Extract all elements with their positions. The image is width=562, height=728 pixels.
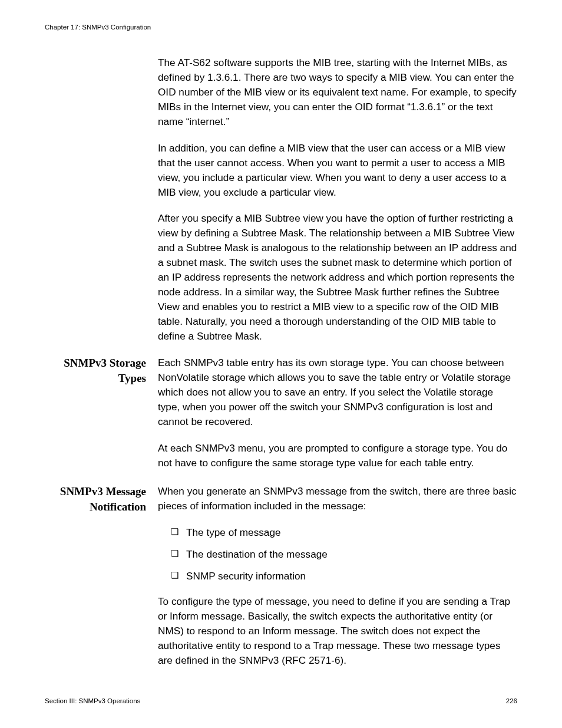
- list-item-text: The type of message: [186, 525, 281, 540]
- storage-paragraph-1: Each SNMPv3 table entry has its own stor…: [158, 355, 517, 429]
- page-header: Chapter 17: SNMPv3 Configuration: [45, 24, 517, 31]
- notification-heading: SNMPv3 Message Notification: [45, 484, 158, 679]
- list-item: ❏ The type of message: [171, 525, 517, 540]
- storage-heading: SNMPv3 Storage Types: [45, 355, 158, 482]
- intro-paragraph-1: The AT-S62 software supports the MIB tre…: [158, 55, 517, 129]
- storage-paragraph-2: At each SNMPv3 menu, you are prompted to…: [158, 441, 517, 470]
- intro-paragraph-2: In addition, you can define a MIB view t…: [158, 141, 517, 200]
- notification-body: When you generate an SNMPv3 message from…: [158, 484, 517, 679]
- intro-content: The AT-S62 software supports the MIB tre…: [158, 55, 517, 344]
- page-footer: Section III: SNMPv3 Operations 226: [45, 697, 517, 704]
- bullet-icon: ❏: [171, 525, 186, 540]
- storage-body: Each SNMPv3 table entry has its own stor…: [158, 355, 517, 482]
- storage-section: SNMPv3 Storage Types Each SNMPv3 table e…: [45, 355, 517, 482]
- notification-paragraph-2: To configure the type of message, you ne…: [158, 594, 517, 668]
- list-item: ❏ The destination of the message: [171, 547, 517, 562]
- list-item-text: SNMP security information: [186, 569, 306, 584]
- list-item: ❏ SNMP security information: [171, 569, 517, 584]
- intro-paragraph-3: After you specify a MIB Subtree view you…: [158, 211, 517, 343]
- section-label: Section III: SNMPv3 Operations: [45, 697, 140, 704]
- page-number: 226: [506, 697, 517, 704]
- page: Chapter 17: SNMPv3 Configuration The AT-…: [0, 0, 562, 728]
- notification-section: SNMPv3 Message Notification When you gen…: [45, 484, 517, 679]
- bullet-icon: ❏: [171, 547, 186, 562]
- notification-list: ❏ The type of message ❏ The destination …: [158, 525, 517, 584]
- list-item-text: The destination of the message: [186, 547, 328, 562]
- notification-paragraph-1: When you generate an SNMPv3 message from…: [158, 484, 517, 513]
- bullet-icon: ❏: [171, 569, 186, 584]
- chapter-label: Chapter 17: SNMPv3 Configuration: [45, 24, 151, 31]
